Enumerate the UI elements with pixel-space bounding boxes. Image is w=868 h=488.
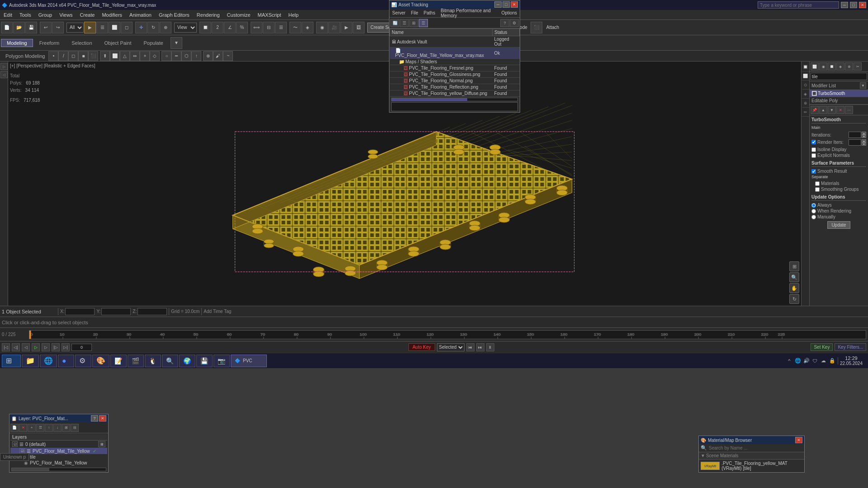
- render-frame-btn[interactable]: 🖼: [353, 22, 365, 33]
- layer-scroll-thumb[interactable]: [12, 468, 49, 471]
- manually-radio-input[interactable]: [811, 215, 816, 219]
- at-grid-btn[interactable]: ⊞: [409, 19, 418, 27]
- left-icon-1[interactable]: ▷: [0, 63, 8, 70]
- mod-icon-5[interactable]: ⊕: [845, 62, 853, 71]
- minimize-button[interactable]: ─: [841, 2, 848, 8]
- taskbar-file-explorer[interactable]: 📁: [22, 355, 39, 367]
- next-frame-btn2[interactable]: ▷: [42, 343, 50, 351]
- undo-button[interactable]: ↩: [40, 22, 52, 33]
- layer-panel-titlebar[interactable]: 📋 Layer: PVC_Floor_Mat... ? ✕: [9, 414, 108, 422]
- iterations-up-btn[interactable]: ▲: [862, 132, 866, 135]
- taskbar-download[interactable]: 💾: [196, 355, 213, 367]
- menu-group[interactable]: Group: [35, 11, 56, 19]
- asset-tracking-search-input[interactable]: [394, 104, 516, 109]
- mod-icon-pinch[interactable]: ✂: [854, 62, 862, 71]
- delete-modifier-btn[interactable]: ✕: [836, 106, 844, 114]
- selected-dropdown[interactable]: Selected: [437, 343, 465, 351]
- at-col-name[interactable]: Name: [390, 29, 493, 36]
- iterations-input[interactable]: 0: [849, 132, 861, 138]
- timeline-track[interactable]: 0 10 20 30 40 50 60 70 80: [29, 330, 866, 339]
- system-clock[interactable]: 12:29 22.05.2024: [840, 355, 863, 366]
- menu-edit[interactable]: Edit: [0, 11, 16, 19]
- inset-btn[interactable]: ⬜: [110, 51, 120, 61]
- select-obj-button[interactable]: ▶: [84, 22, 96, 33]
- layer-new-btn[interactable]: 📄: [10, 424, 19, 432]
- at-settings-btn[interactable]: ⚙: [510, 19, 519, 27]
- at-menu-options[interactable]: Options: [499, 9, 520, 16]
- taskbar-maps[interactable]: 🌍: [179, 355, 195, 367]
- at-maximize-btn[interactable]: □: [503, 1, 510, 8]
- systray-cloud[interactable]: ☁: [820, 357, 827, 365]
- menu-modifiers[interactable]: Modifiers: [98, 11, 126, 19]
- render-iters-input[interactable]: 2: [849, 139, 861, 146]
- isoline-display-check[interactable]: [811, 147, 816, 152]
- taskbar-search[interactable]: 🔍: [162, 355, 178, 367]
- systray-volume[interactable]: 🔊: [803, 357, 810, 365]
- constraint-face-btn[interactable]: ⬡: [181, 51, 191, 61]
- layer-help-btn[interactable]: ?: [91, 415, 98, 422]
- material-browser-titlebar[interactable]: 🎨 Material/Map Browser ✕: [699, 436, 804, 444]
- menu-views[interactable]: Views: [56, 11, 76, 19]
- update-button[interactable]: Update: [827, 221, 850, 229]
- constraint-normal-btn[interactable]: ↑: [191, 51, 201, 61]
- materials-checkbox[interactable]: Materials: [811, 181, 866, 186]
- right-icon-3[interactable]: ⊙: [802, 81, 809, 90]
- taskbar-browser[interactable]: 🌐: [40, 355, 57, 367]
- tab-freeform[interactable]: Freeform: [33, 39, 66, 47]
- explicit-normals-check[interactable]: [811, 153, 816, 158]
- tab-modeling[interactable]: Modeling: [1, 39, 33, 47]
- align-btn[interactable]: ⊟: [263, 22, 275, 33]
- render-iters-check[interactable]: [811, 140, 816, 144]
- menu-graph-editors[interactable]: Graph Editors: [155, 11, 193, 19]
- mb-material-item[interactable]: VRayMtl .PVC_Tile_Flooring_yellow_MAT (V…: [699, 460, 804, 472]
- always-radio-input[interactable]: [811, 203, 816, 208]
- attach-mode-btn[interactable]: ⬛: [531, 22, 542, 33]
- manually-radio[interactable]: Manually: [811, 214, 866, 219]
- smooth-result-check[interactable]: [811, 169, 816, 174]
- open-button[interactable]: 📂: [13, 22, 25, 33]
- redo-button[interactable]: ↪: [52, 22, 64, 33]
- layer-delete-btn[interactable]: ✕: [19, 424, 27, 432]
- tab-object-paint[interactable]: Object Paint: [99, 39, 138, 47]
- at-help-btn[interactable]: ?: [500, 19, 509, 27]
- smooth-result-checkbox[interactable]: Smooth Result: [811, 169, 866, 174]
- systray-network[interactable]: 🌐: [794, 357, 802, 365]
- rect-select-button[interactable]: ⬜: [109, 22, 120, 33]
- taskbar-settings[interactable]: ⚙: [75, 355, 91, 367]
- asset-tracking-search[interactable]: [391, 102, 518, 111]
- right-icon-1[interactable]: 🔲: [802, 62, 809, 71]
- close-button[interactable]: ✕: [859, 2, 866, 8]
- isoline-display-checkbox[interactable]: Isoline Display: [811, 147, 866, 152]
- angle-snap-btn[interactable]: ∠: [224, 22, 236, 33]
- mb-scene-materials-section[interactable]: ▼ Scene Materials: [699, 452, 804, 460]
- save-button[interactable]: 💾: [25, 22, 37, 33]
- poly-mode-btn[interactable]: ■: [78, 51, 88, 61]
- tab-populate[interactable]: Populate: [138, 39, 169, 47]
- edge-mode-btn[interactable]: /: [58, 51, 68, 61]
- layer-scrollbar[interactable]: [11, 468, 106, 471]
- select-move-button[interactable]: ✛: [135, 22, 147, 33]
- search-input[interactable]: [758, 1, 839, 9]
- play-btn[interactable]: ▷: [32, 343, 40, 351]
- vertex-mode-btn[interactable]: •: [48, 51, 58, 61]
- at-menu-bitmap-perf[interactable]: Bitmap Performance and Memory: [438, 7, 498, 19]
- menu-animation[interactable]: Animation: [126, 11, 155, 19]
- move-down-btn[interactable]: ▼: [828, 106, 836, 114]
- zoom-btn[interactable]: 🔍: [789, 272, 799, 282]
- systray-chevron[interactable]: ^: [786, 357, 793, 365]
- extrude-btn[interactable]: ⬆: [100, 51, 110, 61]
- smoothing-groups-check[interactable]: [815, 187, 820, 192]
- snap2d-btn[interactable]: 2: [212, 22, 223, 33]
- right-icon-5[interactable]: ⊕: [802, 99, 809, 108]
- bridge-btn[interactable]: ⇔: [130, 51, 140, 61]
- layer-collapse-btn[interactable]: ⊟: [71, 424, 79, 432]
- when-rendering-radio[interactable]: When Rendering: [811, 208, 866, 213]
- reference-coord-dropdown[interactable]: View: [174, 23, 197, 33]
- paint-deform-btn[interactable]: 🖌: [213, 51, 223, 61]
- frame-mode-btn[interactable]: ⏭: [476, 343, 484, 351]
- more-modifier-btn[interactable]: ⋯: [845, 106, 853, 114]
- layer-move-down-btn[interactable]: ↓: [53, 424, 62, 432]
- pin-modifier-btn[interactable]: 📌: [811, 106, 819, 114]
- scale-button[interactable]: ⊕: [160, 22, 171, 33]
- taskbar-3dsmax[interactable]: 🔷 PVC: [231, 355, 267, 367]
